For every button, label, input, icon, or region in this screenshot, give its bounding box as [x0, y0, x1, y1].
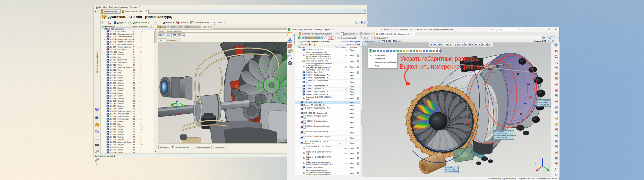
svg-text:Максимальное расстояние: Максимальное расстояние	[494, 135, 516, 137]
svg-text:X: X	[535, 163, 536, 165]
svg-text:Z = -24.268 мм: Z = -24.268 мм	[537, 104, 549, 106]
svg-text:X = -1143.5 мм: X = -1143.5 мм	[537, 100, 549, 102]
svg-text:Z: Z	[544, 158, 545, 161]
svg-text:L = 1167.201 мм: L = 1167.201 мм	[494, 133, 507, 134]
svg-text:Y = 0.763 мм: Y = 0.763 мм	[537, 102, 548, 104]
svg-text:Расстояние: Расстояние	[494, 131, 504, 132]
svg-text:X = 0 мм: X = 0 мм	[445, 166, 452, 168]
svg-text:Y: Y	[549, 164, 550, 166]
svg-text:Y = 8.113 мм: Y = 8.113 мм	[445, 168, 455, 170]
svg-text:A⇄: A⇄	[182, 34, 184, 37]
svg-text:Z = -258.173 мм: Z = -258.173 мм	[445, 170, 458, 172]
svg-text:L = 1103.214 мм: L = 1103.214 мм	[494, 137, 507, 139]
